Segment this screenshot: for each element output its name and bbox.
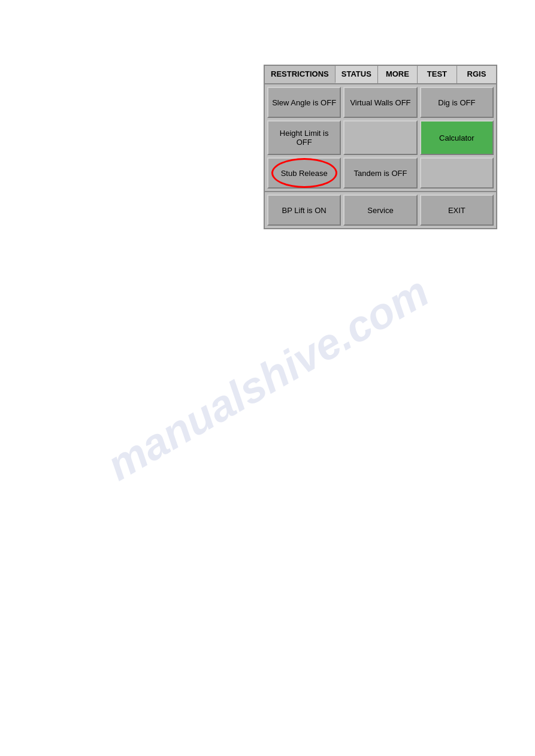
dig-button[interactable]: Dig is OFF: [420, 87, 494, 118]
button-grid: Slew Angle is OFF Virtual Walls OFF Dig …: [265, 84, 496, 191]
tab-rgis[interactable]: RGIS: [457, 66, 496, 83]
bottom-row: BP Lift is ON Service EXIT: [265, 191, 496, 228]
tab-test[interactable]: TEST: [418, 66, 457, 83]
stub-release-button[interactable]: Stub Release: [267, 157, 341, 189]
tab-more[interactable]: MORE: [378, 66, 418, 83]
watermark-text: manualshive.com: [98, 266, 436, 490]
tandem-button[interactable]: Tandem is OFF: [343, 157, 417, 189]
exit-button[interactable]: EXIT: [420, 195, 494, 226]
virtual-walls-button[interactable]: Virtual Walls OFF: [343, 87, 417, 118]
bp-lift-button[interactable]: BP Lift is ON: [267, 195, 341, 226]
tab-row: RESTRICTIONS STATUS MORE TEST RGIS: [265, 66, 496, 84]
main-panel: RESTRICTIONS STATUS MORE TEST RGIS Slew …: [264, 65, 497, 229]
service-button[interactable]: Service: [343, 195, 417, 226]
empty-cell-1: [343, 120, 417, 155]
empty-cell-2: [420, 157, 494, 189]
tab-restrictions[interactable]: RESTRICTIONS: [265, 66, 335, 83]
height-limit-button[interactable]: Height Limit is OFF: [267, 120, 341, 155]
calculator-button[interactable]: Calculator: [420, 120, 494, 155]
tab-status[interactable]: STATUS: [335, 66, 378, 83]
slew-angle-button[interactable]: Slew Angle is OFF: [267, 87, 341, 118]
